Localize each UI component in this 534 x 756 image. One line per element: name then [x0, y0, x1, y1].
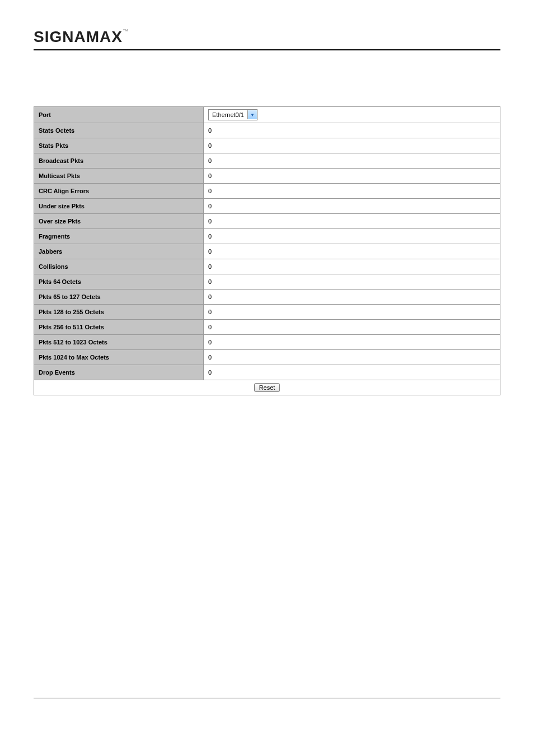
stat-value: 0 [204, 305, 500, 320]
stat-value: 0 [204, 199, 500, 214]
chevron-down-icon: ▼ [247, 110, 257, 119]
stat-value: 0 [204, 244, 500, 259]
stat-label: Pkts 128 to 255 Octets [34, 305, 204, 320]
stat-label: CRC Align Errors [34, 184, 204, 199]
stat-label: Stats Pkts [34, 138, 204, 153]
stat-value: 0 [204, 274, 500, 290]
stat-label: Pkts 1024 to Max Octets [34, 350, 204, 365]
page-header: SIGNAMAX™ [34, 28, 500, 50]
stat-value: 0 [204, 214, 500, 229]
brand-text: SIGNAMAX [34, 28, 123, 45]
reset-button[interactable]: Reset [254, 383, 280, 392]
button-cell: Reset [34, 380, 500, 395]
stat-label: Under size Pkts [34, 199, 204, 214]
stat-label: Collisions [34, 259, 204, 274]
stat-value: 0 [204, 153, 500, 169]
stat-label: Pkts 512 to 1023 Octets [34, 335, 204, 350]
stat-label: Jabbers [34, 244, 204, 259]
stat-label: Over size Pkts [34, 214, 204, 229]
stat-value: 0 [204, 335, 500, 350]
stat-value: 0 [204, 290, 500, 305]
stat-label: Pkts 65 to 127 Octets [34, 290, 204, 305]
port-label: Port [34, 107, 204, 123]
stat-label: Multicast Pkts [34, 169, 204, 184]
stat-value: 0 [204, 184, 500, 199]
stat-label: Broadcast Pkts [34, 153, 204, 169]
stat-label: Stats Octets [34, 123, 204, 138]
stat-value: 0 [204, 123, 500, 138]
port-select-value: Ethernet0/1 [209, 110, 247, 119]
stat-label: Pkts 64 Octets [34, 274, 204, 290]
stat-value: 0 [204, 259, 500, 274]
stat-value: 0 [204, 365, 500, 380]
stat-label: Drop Events [34, 365, 204, 380]
trademark-icon: ™ [123, 28, 129, 34]
stat-value: 0 [204, 138, 500, 153]
brand-logo: SIGNAMAX™ [34, 28, 129, 49]
stat-value: 0 [204, 229, 500, 244]
stat-value: 0 [204, 320, 500, 335]
stat-value: 0 [204, 350, 500, 365]
port-cell: Ethernet0/1 ▼ [204, 107, 500, 123]
stats-table: Port Ethernet0/1 ▼ Stats Octets0 Stats P… [34, 106, 500, 395]
port-select[interactable]: Ethernet0/1 ▼ [208, 109, 257, 120]
stat-label: Pkts 256 to 511 Octets [34, 320, 204, 335]
footer-rule [34, 698, 500, 698]
stat-label: Fragments [34, 229, 204, 244]
stat-value: 0 [204, 169, 500, 184]
